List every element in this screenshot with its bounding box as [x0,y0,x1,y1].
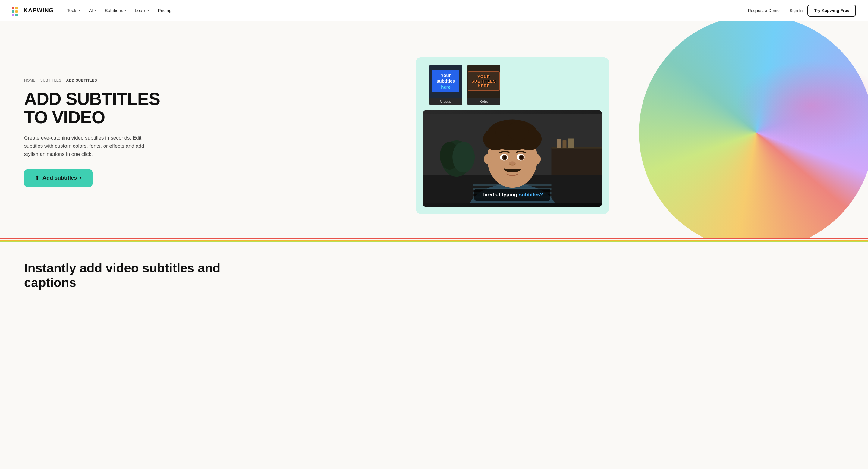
logo-icon [12,7,21,14]
nav-tools[interactable]: Tools ▾ [63,5,84,15]
request-demo-link[interactable]: Request a Demo [748,8,780,13]
nav-ai[interactable]: AI ▾ [85,5,100,15]
retro-label: Retro [467,98,500,105]
color-separator [0,238,868,243]
svg-rect-5 [557,139,561,148]
style-card-retro: YOUR SUBTITLES HERE Retro [467,64,500,105]
breadcrumb-arrow: › [63,79,64,82]
svg-point-30 [484,154,492,164]
video-subtitle-bar: Tired of typing subtitles? [474,189,550,201]
breadcrumb-current: ADD SUBTITLES [66,79,97,83]
hero-title: ADD SUBTITLES TO VIDEO [24,90,169,127]
hero-description: Create eye-catching video subtitles in s… [24,134,151,159]
chevron-down-icon: ▾ [94,8,96,12]
style-card-classic: Your subtitles here Classic [429,64,462,105]
nav-solutions[interactable]: Solutions ▾ [101,5,130,15]
navbar-left: KAPWING Tools ▾ AI ▾ Solutions ▾ Learn ▾… [12,5,175,15]
arrow-right-icon: › [80,175,82,181]
svg-rect-7 [568,138,574,148]
retro-preview: YOUR SUBTITLES HERE [467,64,500,98]
svg-point-10 [453,142,475,173]
bottom-section: Instantly add video subtitles and captio… [0,243,868,302]
classic-preview: Your subtitles here [429,64,462,98]
navbar-right: Request a Demo Sign In Try Kapwing Free [748,4,856,17]
chevron-down-icon: ▾ [124,8,126,12]
bottom-title: Instantly add video subtitles and captio… [24,261,844,290]
navbar: KAPWING Tools ▾ AI ▾ Solutions ▾ Learn ▾… [0,0,868,21]
svg-point-27 [503,156,506,159]
svg-rect-6 [563,140,567,148]
classic-subtitle-text: Your subtitles here [432,70,459,93]
green-line [0,241,868,242]
breadcrumb-arrow: › [37,79,38,82]
retro-subtitle-text: YOUR SUBTITLES HERE [468,71,499,91]
upload-icon: ⬆ [35,175,39,182]
hero-card: Your subtitles here Classic YOUR SUBTITL… [416,57,609,214]
svg-rect-3 [552,147,602,176]
chevron-down-icon: ▾ [147,8,149,12]
nav-learn[interactable]: Learn ▾ [131,5,153,15]
hero-left: HOME › SUBTITLES › ADD SUBTITLES ADD SUB… [24,79,169,187]
red-line [0,238,868,239]
logo-name: KAPWING [24,7,54,14]
yellow-line [0,240,868,241]
style-cards: Your subtitles here Classic YOUR SUBTITL… [423,64,601,105]
try-free-button[interactable]: Try Kapwing Free [807,4,856,17]
add-subtitles-button[interactable]: ⬆ Add subtitles › [24,169,93,187]
hero-right: Your subtitles here Classic YOUR SUBTITL… [169,39,856,226]
video-preview: Tired of typing subtitles? [423,110,601,207]
hero-section: HOME › SUBTITLES › ADD SUBTITLES ADD SUB… [0,21,868,238]
nav-links: Tools ▾ AI ▾ Solutions ▾ Learn ▾ Pricing [63,5,175,15]
svg-point-28 [520,156,523,159]
breadcrumb-home[interactable]: HOME [24,79,36,83]
logo[interactable]: KAPWING [12,7,54,14]
breadcrumb-subtitles[interactable]: SUBTITLES [40,79,61,83]
divider [784,7,785,13]
svg-point-31 [533,154,541,164]
breadcrumb: HOME › SUBTITLES › ADD SUBTITLES [24,79,169,83]
nav-pricing[interactable]: Pricing [154,5,175,15]
classic-label: Classic [429,98,462,105]
chevron-down-icon: ▾ [79,8,81,12]
sign-in-link[interactable]: Sign In [789,8,803,13]
svg-point-22 [507,122,528,140]
